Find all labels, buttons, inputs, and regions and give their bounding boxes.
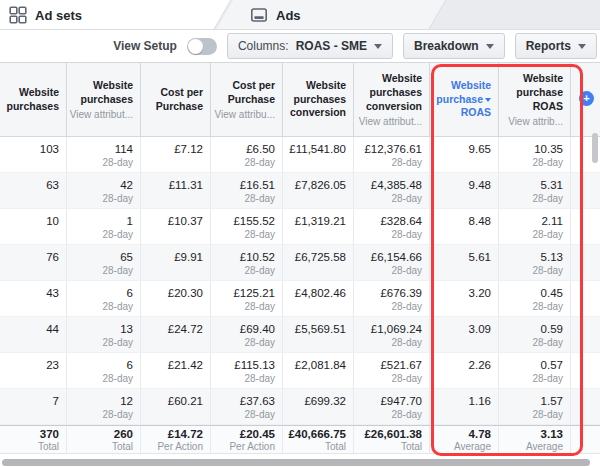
attribution-window-label: 28-day — [501, 409, 563, 421]
table-row: 441328-day£24.72£69.4028-day£5,569.51£1,… — [0, 317, 600, 353]
chevron-down-icon — [486, 44, 494, 49]
view-setup-toggle[interactable] — [187, 38, 217, 55]
attribution-window-label: 28-day — [501, 337, 563, 349]
cell-r5-c2: 628-day — [67, 281, 141, 316]
attribution-window-label: 28-day — [356, 157, 422, 169]
table-body: 10311428-day£7.12£6.5028-day£11,541.80£1… — [0, 137, 600, 425]
attribution-window-label: 28-day — [501, 373, 563, 385]
cell-spacer — [571, 281, 600, 316]
cell-r4-c5: £6,725.58 — [283, 245, 354, 280]
attribution-window-label: 28-day — [356, 301, 422, 313]
attribution-window-label: 28-day — [69, 265, 133, 277]
cell-r3-c7: 8.48 — [430, 209, 499, 244]
attribution-window-label: 28-day — [356, 337, 422, 349]
cell-r1-c2: 11428-day — [67, 137, 141, 172]
footer-cell: 370Total — [0, 426, 67, 453]
table-toolbar: View Setup Columns: ROAS - SME Breakdown… — [0, 30, 600, 62]
cell-spacer — [571, 389, 600, 424]
cell-r2-c3: £11.31 — [141, 173, 211, 208]
attribution-window-label: 28-day — [356, 265, 422, 277]
cell-r3-c3: £10.37 — [141, 209, 211, 244]
tab-ads[interactable]: Ads — [250, 0, 301, 30]
attribution-window-label: 28-day — [213, 409, 275, 421]
cell-spacer — [571, 173, 600, 208]
view-attribution-link[interactable]: View attrib... — [508, 116, 563, 127]
sort-descending-icon — [485, 98, 491, 102]
cell-spacer — [571, 245, 600, 280]
tab-ad-sets-label: Ad sets — [35, 8, 82, 23]
view-attribution-link[interactable]: View attribut... — [359, 116, 422, 127]
reports-dropdown-button[interactable]: Reports — [515, 33, 597, 59]
cell-r3-c8: 2.1128-day — [499, 209, 571, 244]
columns-dropdown-button[interactable]: Columns: ROAS - SME — [227, 33, 393, 59]
attribution-window-label: 28-day — [69, 229, 133, 241]
view-attribution-link[interactable]: View attribut... — [70, 109, 133, 120]
cell-r6-c1: 44 — [0, 317, 67, 352]
attribution-window-label: 28-day — [69, 301, 133, 313]
toggle-knob — [188, 39, 203, 54]
chevron-down-icon — [578, 44, 586, 49]
footer-cell: £26,601.38Total — [354, 426, 430, 453]
table-row: 634228-day£11.31£16.5128-day£7,826.05£4,… — [0, 173, 600, 209]
cell-r4-c7: 5.61 — [430, 245, 499, 280]
cell-r2-c6: £4,385.4828-day — [354, 173, 430, 208]
cell-r6-c8: 0.5928-day — [499, 317, 571, 352]
ads-icon — [250, 6, 268, 24]
cell-r1-c7: 9.65 — [430, 137, 499, 172]
table-footer-totals: 370Total 260Total £14.72Per Action £20.4… — [0, 425, 600, 454]
attribution-window-label: 28-day — [213, 373, 275, 385]
cell-r7-c7: 2.26 — [430, 353, 499, 388]
column-header-website-purchases-conversion[interactable]: Website purchases conversion — [283, 63, 354, 136]
column-header-website-purchase-roas-sorted[interactable]: Website purchase ROAS — [430, 63, 499, 136]
footer-cell: 3.13Average — [499, 426, 571, 453]
column-header-website-purchases-attr[interactable]: Website purchases View attribut... — [67, 63, 141, 136]
attribution-window-label: 28-day — [501, 157, 563, 169]
attribution-window-label: 28-day — [69, 193, 133, 205]
view-setup-label: View Setup — [113, 39, 177, 53]
cell-r3-c2: 128-day — [67, 209, 141, 244]
tab-ads-label: Ads — [276, 8, 301, 23]
attribution-window-label: 28-day — [69, 373, 133, 385]
column-header-cost-per-purchase[interactable]: Cost per Purchase — [141, 63, 211, 136]
attribution-window-label: 28-day — [501, 265, 563, 277]
cell-r2-c1: 63 — [0, 173, 67, 208]
cell-r8-c4: £37.6328-day — [211, 389, 283, 424]
attribution-window-label: 28-day — [213, 301, 275, 313]
column-header-website-purchases[interactable]: Website purchases — [0, 63, 67, 136]
attribution-window-label: 28-day — [69, 337, 133, 349]
footer-cell: £14.72Per Action — [141, 426, 211, 453]
cell-r1-c6: £12,376.6128-day — [354, 137, 430, 172]
breakdown-dropdown-button[interactable]: Breakdown — [403, 33, 505, 59]
view-attribution-link[interactable]: View attribu... — [215, 109, 275, 120]
add-column-button[interactable]: + — [579, 91, 594, 106]
cell-r2-c4: £16.5128-day — [211, 173, 283, 208]
footer-cell: £40,666.75Total — [283, 426, 354, 453]
cell-r7-c1: 23 — [0, 353, 67, 388]
cell-r8-c2: 1228-day — [67, 389, 141, 424]
column-header-website-purchase-roas-attr[interactable]: Website purchase ROAS View attrib... — [499, 63, 571, 136]
column-header-cost-per-purchase-attr[interactable]: Cost per Purchase View attribu... — [211, 63, 283, 136]
tab-bar: Ad sets Ads — [0, 0, 600, 30]
cell-spacer — [571, 353, 600, 388]
cell-r8-c8: 1.5728-day — [499, 389, 571, 424]
breakdown-label: Breakdown — [414, 39, 479, 53]
cell-r4-c8: 5.1328-day — [499, 245, 571, 280]
column-header-website-purchases-conversion-attr[interactable]: Website purchases conversion View attrib… — [354, 63, 430, 136]
attribution-window-label: 28-day — [69, 409, 133, 421]
horizontal-scrollbar-thumb[interactable] — [2, 459, 590, 466]
attribution-window-label: 28-day — [356, 373, 422, 385]
cell-spacer — [571, 209, 600, 244]
table-row: 10128-day£10.37£155.5228-day£1,319.21£32… — [0, 209, 600, 245]
cell-r5-c4: £125.2128-day — [211, 281, 283, 316]
cell-r5-c6: £676.3928-day — [354, 281, 430, 316]
table-row: 766528-day£9.91£10.5228-day£6,725.58£6,1… — [0, 245, 600, 281]
cell-r6-c3: £24.72 — [141, 317, 211, 352]
chevron-down-icon — [374, 44, 382, 49]
attribution-window-label: 28-day — [356, 229, 422, 241]
cell-r1-c5: £11,541.80 — [283, 137, 354, 172]
cell-r3-c4: £155.5228-day — [211, 209, 283, 244]
cell-r4-c6: £6,154.6628-day — [354, 245, 430, 280]
cell-r8-c1: 7 — [0, 389, 67, 424]
vertical-scrollbar-thumb[interactable] — [592, 133, 598, 163]
tab-ad-sets[interactable]: Ad sets — [9, 0, 82, 30]
